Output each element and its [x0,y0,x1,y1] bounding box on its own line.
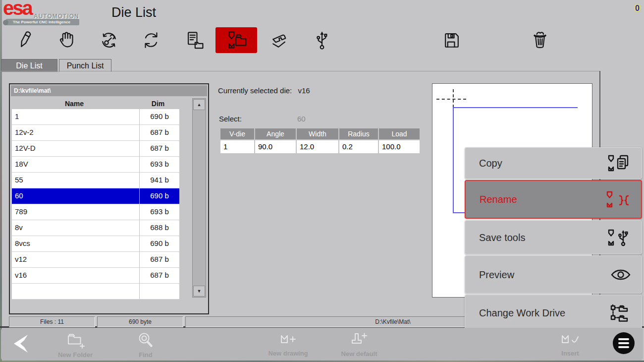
column-header-name[interactable]: Name [12,98,137,109]
file-name: 789 [12,204,139,220]
file-dim: 690 b [139,109,179,124]
bottom-navigation-bar: New Folder Find New drawing New default [1,328,643,361]
select-value: 60 [297,115,306,123]
logo-esa-text: esa [3,0,32,19]
new-drawing-icon [277,334,299,347]
file-row[interactable]: 12V-D687 b [12,141,179,157]
file-row[interactable]: 18V693 b [12,157,179,173]
edit-button[interactable] [13,28,37,52]
file-name: 12V-D [12,141,139,156]
file-row[interactable]: v16687 b [12,268,179,284]
file-row[interactable]: 55941 b [12,173,179,188]
find-label: Find [126,351,165,359]
file-dim: 687 b [139,252,179,267]
file-row[interactable]: 789693 b [12,204,179,220]
tab-die-list[interactable]: Die List [1,59,57,72]
scroll-down-button[interactable]: ▼ [193,286,205,297]
left-edge-bleed [0,0,2,362]
parameter-header-row: V-die Angle Width Radius Load [220,128,421,140]
new-default-button[interactable]: New default [337,332,381,358]
find-button[interactable]: Find [126,332,165,359]
copy-settings-icon [183,29,205,51]
hand-button[interactable] [55,28,79,52]
menu-item-save-tools[interactable]: Save tools [465,220,642,254]
file-dim: 693 b [139,157,179,172]
header-v-die: V-die [220,128,254,139]
currently-selected-line: Currently selected die: v16 [218,86,310,95]
current-path-bar: D:\kvfile\mat\ [11,85,207,96]
file-dim [139,284,179,299]
usb-button[interactable] [310,28,334,52]
value-angle: 90.0 [255,140,296,153]
edit-icon [14,29,36,51]
measure-check-button[interactable] [268,28,291,52]
file-list-scrollbar[interactable]: ▲ ▼ [192,98,206,298]
refresh-icon [140,29,162,51]
logo-tagline: The Powerful CNC Intelligence [13,20,70,24]
file-row[interactable]: 12v-2687 b [12,125,179,141]
save-button[interactable] [440,28,464,52]
die-list-icon [225,29,248,51]
hamburger-menu-button[interactable] [613,332,635,354]
menu-label: Copy [479,158,502,169]
file-row[interactable]: 8v688 b [12,220,179,236]
scroll-up-button[interactable]: ▲ [193,99,205,110]
die-list-screen: esa AUTOMOTION The Powerful CNC Intellig… [0,0,644,362]
file-row[interactable]: 1690 b [12,109,179,125]
back-button[interactable] [8,334,34,356]
select-label: Select: [219,115,242,123]
file-name: 8vcs [12,236,139,251]
die-parameter-table: V-die Angle Width Radius Load 1 90.0 12.… [220,128,421,153]
find-icon [136,332,155,349]
service-button[interactable] [97,28,121,52]
work-drive-icon [610,304,632,322]
delete-button[interactable] [528,28,552,52]
value-width: 12.0 [297,140,338,153]
currently-selected-label: Currently selected die: [218,86,292,95]
file-dim: 941 b [139,173,179,188]
die-list-button[interactable] [215,27,257,53]
menu-item-change-work-drive[interactable]: Change Work Drive [465,295,642,331]
file-row-empty[interactable] [12,284,179,300]
menu-item-rename[interactable]: Rename [465,180,642,219]
header-load: Load [379,128,420,139]
value-radius: 0.2 [339,140,378,153]
menu-item-copy[interactable]: Copy [465,147,642,179]
file-row-selected[interactable]: 60690 b [12,188,179,204]
file-row[interactable]: v12687 b [12,252,179,268]
value-v-die: 1 [220,140,254,153]
parameter-data-row[interactable]: 1 90.0 12.0 0.2 100.0 [220,140,421,153]
file-dim: 687 b [139,268,179,283]
header-width: Width [297,128,338,139]
file-name: v16 [12,268,139,283]
new-folder-icon [65,332,85,349]
tab-divider [0,71,600,71]
file-dim: 688 b [139,220,179,236]
eye-icon [610,268,632,282]
file-name [12,284,139,299]
file-name: 55 [12,173,139,188]
alarm-counter: 0 [635,4,640,13]
die-copy-icon [608,155,632,172]
copy-settings-button[interactable] [182,28,206,52]
measure-check-icon [268,29,290,51]
insert-button[interactable]: Insert [550,334,590,357]
new-folder-button[interactable]: New Folder [53,332,98,359]
hamburger-bar [618,346,629,348]
column-header-dim[interactable]: Dim [137,98,179,109]
header-angle: Angle [255,128,296,139]
new-drawing-button[interactable]: New drawing [265,334,312,357]
refresh-button[interactable] [139,28,163,52]
file-dim: 687 b [139,125,179,140]
file-name: 1 [12,109,139,124]
new-default-icon [348,332,370,348]
menu-item-preview[interactable]: Preview [465,255,642,294]
file-list-header: Name Dim [12,98,179,109]
menu-label: Rename [480,194,517,205]
menu-label: Preview [479,269,514,280]
tab-punch-list[interactable]: Punch List [59,59,111,72]
file-name: 8v [12,220,139,236]
insert-icon [559,334,582,347]
file-row[interactable]: 8vcs690 b [12,236,179,252]
origin-crosshair-horizontal [436,99,466,100]
